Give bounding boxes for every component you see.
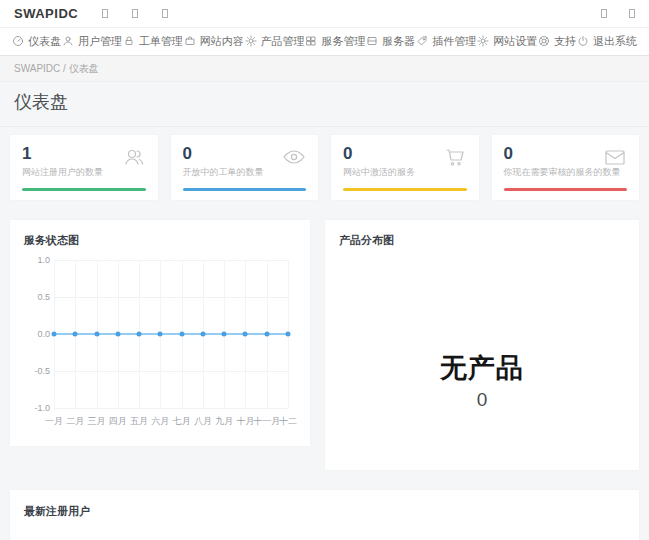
nav-label: 插件管理 [432,34,476,49]
breadcrumb: SWAPIDC / 仪表盘 [0,56,649,82]
placeholder-glyph-icon[interactable] [132,9,138,18]
nav-item-users[interactable]: 用户管理 [62,34,122,49]
x-tick-label: 三月 [88,415,106,428]
logout-power-icon [577,35,589,49]
x-tick-label: 十月 [236,415,254,428]
nav-item-products[interactable]: 产品管理 [245,34,305,49]
placeholder-glyph-icon[interactable] [162,9,168,18]
latest-users-title: 最新注册用户 [10,490,639,531]
users-icon [122,145,146,169]
nav-label: 产品管理 [261,34,305,49]
x-tick-label: 一月 [45,415,63,428]
product-distribution-panel: 产品分布图 无产品 0 [325,220,639,470]
y-tick-label: -0.5 [22,366,50,376]
stat-card-open-tickets: 0 开放中的工单的数量 [171,135,319,200]
y-tick-label: -1.0 [22,403,50,413]
y-gridline [54,260,288,261]
topbar-right-actions [579,9,635,18]
main-nav: 仪表盘 用户管理 工单管理 网站内容 产品管理 服务管理 服务器 插件管理 网站… [0,28,649,56]
placeholder-glyph-icon[interactable] [102,9,108,18]
service-chart-title: 服务状态图 [24,233,296,248]
product-gear-icon [245,35,257,49]
page-title: 仪表盘 [0,82,649,127]
plugin-tag-icon [416,35,428,49]
stat-card-active-services: 0 网站中激活的服务 [331,135,479,200]
product-empty-message: 无产品 [325,350,639,386]
mail-icon [603,145,627,169]
col-header-email: E-mail [215,531,397,540]
y-gridline [54,371,288,372]
stat-accent-bar [343,188,467,191]
nav-label: 网站内容 [200,34,244,49]
ticket-lock-icon [123,35,135,49]
nav-item-site-content[interactable]: 网站内容 [184,34,244,49]
breadcrumb-root[interactable]: SWAPIDC [14,63,60,74]
y-gridline [54,297,288,298]
nav-item-logout[interactable]: 退出系统 [577,34,637,49]
data-point [222,332,227,337]
col-header-registered: 注册时间 [397,531,639,540]
placeholder-glyph-icon[interactable] [629,9,635,18]
data-point [243,332,248,337]
user-icon [62,35,74,49]
x-tick-label: 五月 [130,415,148,428]
data-point [115,332,120,337]
y-tick-label: 1.0 [22,255,50,265]
x-tick-label: 四月 [109,415,127,428]
data-point [286,332,291,337]
nav-label: 退出系统 [593,34,637,49]
nav-item-servers[interactable]: 服务器 [366,34,415,49]
nav-label: 用户管理 [78,34,122,49]
nav-label: 工单管理 [139,34,183,49]
stat-accent-bar [22,188,146,191]
y-gridline [54,408,288,409]
x-tick-label: 二月 [66,415,84,428]
dashboard-icon [12,35,24,49]
nav-label: 仪表盘 [28,34,61,49]
nav-item-dashboard[interactable]: 仪表盘 [12,34,61,49]
data-point [158,332,163,337]
eye-icon [282,145,306,169]
settings-gear-icon [477,35,489,49]
data-point [264,332,269,337]
service-status-panel: 服务状态图 1.00.50.0-0.5-1.0 一月二月三月四月五月六月七月八月… [10,220,310,446]
stat-card-pending-review: 0 你现在需要审核的服务的数量 [492,135,640,200]
nav-item-support[interactable]: 支持 [538,34,576,49]
data-point [137,332,142,337]
x-tick-label: 八月 [194,415,212,428]
cart-icon [443,145,467,169]
col-header-username: 用户名 [115,531,215,540]
data-point [52,332,57,337]
service-grid-icon [305,35,317,49]
top-bar: SWAPIDC [0,0,649,28]
stat-accent-bar [504,188,628,191]
app-logo: SWAPIDC [14,6,78,21]
nav-label: 服务器 [382,34,415,49]
y-tick-label: 0.0 [22,329,50,339]
stat-accent-bar [183,188,307,191]
x-tick-label: 九月 [215,415,233,428]
product-empty-state: 无产品 0 [325,350,639,411]
nav-label: 支持 [554,34,576,49]
nav-item-services[interactable]: 服务管理 [305,34,365,49]
service-chart-xlabels: 一月二月三月四月五月六月七月八月九月十月十一月十二 [54,415,288,428]
nav-label: 服务管理 [321,34,365,49]
placeholder-glyph-icon[interactable] [601,9,607,18]
x-tick-label: 十二 [279,415,297,428]
stat-card-registered-users: 1 网站注册用户的数量 [10,135,158,200]
data-point [200,332,205,337]
support-ring-icon [538,35,550,49]
x-tick-label: 六月 [151,415,169,428]
nav-item-site-settings[interactable]: 网站设置 [477,34,537,49]
nav-item-tickets[interactable]: 工单管理 [123,34,183,49]
service-chart: 1.00.50.0-0.5-1.0 一月二月三月四月五月六月七月八月九月十月十一… [24,260,296,428]
x-tick-label: 十一月 [253,415,280,428]
latest-users-card: 最新注册用户 UID 用户名 E-mail 注册时间 1 86512 86512… [10,490,639,540]
stats-row: 1 网站注册用户的数量 0 开放中的工单的数量 0 网站中激活的服务 0 你现在… [10,135,639,200]
x-tick-label: 七月 [173,415,191,428]
table-header-row: UID 用户名 E-mail 注册时间 [10,531,639,540]
nav-label: 网站设置 [493,34,537,49]
charts-row: 服务状态图 1.00.50.0-0.5-1.0 一月二月三月四月五月六月七月八月… [10,220,639,470]
y-tick-label: 0.5 [22,292,50,302]
nav-item-plugins[interactable]: 插件管理 [416,34,476,49]
